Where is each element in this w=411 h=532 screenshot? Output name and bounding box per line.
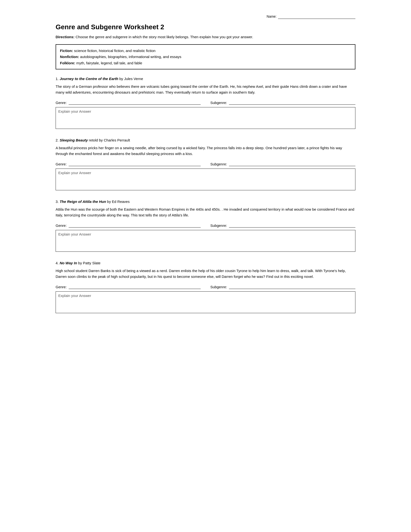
genre-label-4: Genre: [56,285,67,289]
question-2: 2. Sleeping Beauty retold by Charles Per… [56,138,355,190]
passage-4: High school student Darren Banks is sick… [56,268,355,280]
book-title-2: Sleeping Beauty [60,138,88,142]
question-3: 3. The Reign of Attila the Hun by Ed Rea… [56,199,355,252]
folklore-line: Folklore: myth, fairytale, legend, tall … [60,60,351,66]
name-field[interactable] [278,15,355,19]
questions-container: 1. Journey to the Centre of the Earth by… [56,76,355,313]
nonfiction-label: Nonfiction: [60,55,79,59]
subgenre-label-4: Subgenre: [210,285,227,289]
passage-3: Attila the Hun was the scourge of both t… [56,207,355,218]
genre-group-1: Genre: [56,100,201,105]
genre-subgenre-row-3: Genre: Subgenre: [56,223,355,228]
name-line: Name: [56,15,355,19]
fiction-label: Fiction: [60,49,73,53]
genre-label-1: Genre: [56,101,67,105]
directions-text: Choose the genre and subgenre in which t… [76,35,253,39]
explain-box-2[interactable]: Explain your Answer [56,169,355,190]
reference-box: Fiction: science fiction, historical fic… [56,44,355,70]
genre-group-4: Genre: [56,284,201,289]
genre-label-2: Genre: [56,162,67,166]
question-number-4: 4. [56,261,60,265]
byline-1: by Jules Verne [118,77,143,81]
subgenre-group-2: Subgenre: [210,161,355,166]
genre-subgenre-row-1: Genre: Subgenre: [56,100,355,105]
subgenre-group-1: Subgenre: [210,100,355,105]
question-number-2: 2. [56,138,60,142]
genre-group-3: Genre: [56,223,201,228]
book-title-4: No Way In [60,261,77,265]
genre-label-3: Genre: [56,223,67,228]
subgenre-label-3: Subgenre: [210,223,227,228]
byline-3: by Ed Reaves [106,200,130,204]
subgenre-line-3[interactable] [229,223,355,228]
worksheet-page: Name: Genre and Subgenre Worksheet 2 Dir… [36,0,375,341]
subgenre-line-1[interactable] [229,100,355,105]
question-title-3: 3. The Reign of Attila the Hun by Ed Rea… [56,199,355,205]
book-title-3: The Reign of Attila the Hun [60,200,106,204]
explain-box-4[interactable]: Explain your Answer [56,291,355,313]
folklore-label: Folklore: [60,61,75,65]
byline-4: by Patty Slate [77,261,101,265]
question-1: 1. Journey to the Centre of the Earth by… [56,76,355,129]
name-label: Name: [267,15,277,19]
book-title-1: Journey to the Centre of the Earth [60,77,119,81]
directions-label: Directions: [56,35,75,39]
genre-line-1[interactable] [69,100,201,105]
genre-subgenre-row-4: Genre: Subgenre: [56,284,355,289]
question-title-1: 1. Journey to the Centre of the Earth by… [56,76,355,82]
question-title-4: 4. No Way In by Patty Slate [56,260,355,266]
genre-line-2[interactable] [69,161,201,166]
byline-2: retold by Charles Perrault [88,138,130,142]
explain-box-1[interactable]: Explain your Answer [56,107,355,129]
fiction-line: Fiction: science fiction, historical fic… [60,48,351,54]
nonfiction-text: autobiographies, biographies, informatio… [79,55,181,59]
subgenre-group-4: Subgenre: [210,284,355,289]
subgenre-label-1: Subgenre: [210,101,227,105]
subgenre-group-3: Subgenre: [210,223,355,228]
page-title: Genre and Subgenre Worksheet 2 [56,23,355,31]
nonfiction-line: Nonfiction: autobiographies, biographies… [60,54,351,60]
folklore-text: myth, fairytale, legend, tall tale, and … [75,61,142,65]
genre-subgenre-row-2: Genre: Subgenre: [56,161,355,166]
subgenre-label-2: Subgenre: [210,162,227,166]
genre-line-3[interactable] [69,223,201,228]
genre-group-2: Genre: [56,161,201,166]
genre-line-4[interactable] [69,284,201,289]
subgenre-line-4[interactable] [229,284,355,289]
fiction-text: science fiction, historical fiction, and… [73,49,155,53]
directions: Directions: Choose the genre and subgenr… [56,34,355,40]
subgenre-line-2[interactable] [229,161,355,166]
question-title-2: 2. Sleeping Beauty retold by Charles Per… [56,138,355,143]
question-4: 4. No Way In by Patty Slate High school … [56,260,355,313]
question-number-1: 1. [56,77,60,81]
passage-2: A beautiful princess pricks her finger o… [56,145,355,157]
question-number-3: 3. [56,200,60,204]
explain-box-3[interactable]: Explain your Answer [56,230,355,252]
passage-1: The story of a German professor who beli… [56,84,355,96]
